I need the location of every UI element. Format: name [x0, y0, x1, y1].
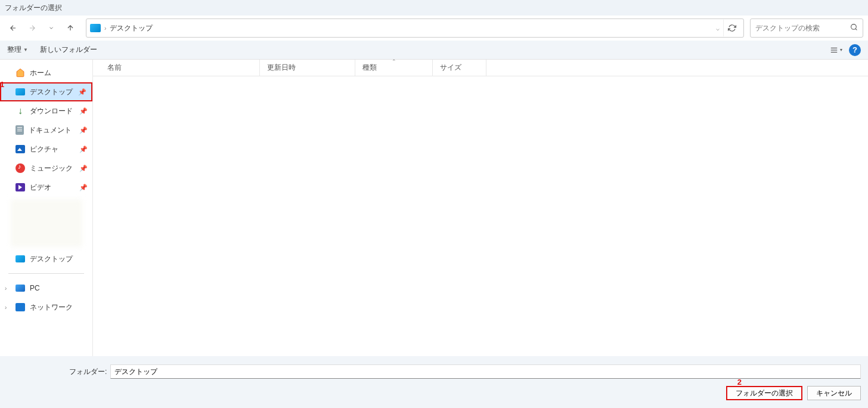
blurred-item [11, 199, 82, 247]
refresh-button[interactable] [723, 20, 740, 36]
annotation-marker-1: 1 [0, 80, 4, 89]
document-icon [16, 125, 24, 135]
search-icon [850, 23, 858, 33]
file-list[interactable]: 名前 更新日時 ⌃ 種類 サイズ [93, 60, 868, 356]
desktop-icon [16, 255, 25, 262]
command-bar: 整理▼ 新しいフォルダー ▾ ? [0, 41, 868, 60]
tree-item-downloads[interactable]: ↓ ダウンロード 📌 [0, 101, 92, 120]
tree-item-home[interactable]: ホーム [0, 63, 92, 82]
desktop-icon [90, 24, 101, 32]
pin-icon[interactable]: 📌 [78, 88, 86, 96]
address-bar[interactable]: › デスクトップ ⌵ [86, 18, 744, 38]
nav-bar: › デスクトップ ⌵ [0, 16, 868, 41]
dialog-footer: フォルダー: 2 フォルダーの選択 キャンセル [0, 356, 868, 408]
pin-icon[interactable]: 📌 [79, 165, 88, 172]
column-headers: 名前 更新日時 ⌃ 種類 サイズ [93, 60, 868, 76]
pin-icon[interactable]: 📌 [79, 146, 88, 153]
tree-item-desktop[interactable]: デスクトップ 📌 [0, 82, 92, 101]
tree-item-documents[interactable]: ドキュメント 📌 [0, 120, 92, 140]
column-date[interactable]: 更新日時 [260, 60, 355, 76]
dialog-title: フォルダーの選択 [0, 0, 868, 16]
tree-item-label: ネットワーク [30, 302, 73, 313]
pc-icon [16, 285, 25, 292]
tree-item-label: ダウンロード [30, 106, 73, 116]
tree-item-network[interactable]: › ネットワーク [0, 298, 92, 317]
up-button[interactable] [62, 20, 79, 36]
download-icon: ↓ [16, 106, 25, 116]
search-input[interactable] [755, 24, 850, 32]
tree-item-label: ホーム [30, 68, 51, 78]
tree-item-label: PC [30, 284, 40, 292]
column-name[interactable]: 名前 [93, 60, 260, 76]
chevron-right-icon[interactable]: › [5, 285, 7, 292]
tree-item-label: デスクトップ [30, 254, 73, 264]
select-folder-button[interactable]: フォルダーの選択 [726, 386, 802, 400]
column-type[interactable]: ⌃ 種類 [355, 60, 433, 76]
cancel-button[interactable]: キャンセル [807, 386, 861, 400]
chevron-right-icon[interactable]: › [5, 304, 7, 311]
tree-item-music[interactable]: ミュージック 📌 [0, 159, 92, 178]
folder-name-input[interactable] [110, 364, 861, 379]
sort-arrow-icon: ⌃ [392, 58, 396, 64]
network-icon [16, 303, 25, 311]
navigation-tree: 1 ホーム デスクトップ 📌 ↓ ダウンロード 📌 ドキュメント 📌 ピクチャ … [0, 60, 93, 356]
recent-dropdown[interactable] [43, 20, 60, 36]
tree-item-label: ドキュメント [29, 125, 72, 135]
tree-item-label: デスクトップ [30, 87, 73, 97]
search-box[interactable] [750, 18, 863, 38]
pin-icon[interactable]: 📌 [79, 184, 88, 191]
svg-point-0 [851, 24, 857, 30]
desktop-icon [16, 88, 25, 95]
home-icon [16, 68, 25, 78]
tree-item-label: ビデオ [30, 183, 51, 193]
column-size[interactable]: サイズ [433, 60, 486, 76]
new-folder-button[interactable]: 新しいフォルダー [40, 45, 97, 55]
forward-button[interactable] [24, 20, 41, 36]
tree-item-pc[interactable]: › PC [0, 279, 92, 298]
music-icon [16, 163, 25, 173]
pin-icon[interactable]: 📌 [79, 107, 88, 115]
view-options-button[interactable]: ▾ [827, 43, 844, 57]
tree-item-desktop2[interactable]: デスクトップ [0, 249, 92, 268]
annotation-marker-2: 2 [737, 378, 742, 387]
tree-item-pictures[interactable]: ピクチャ 📌 [0, 140, 92, 159]
organize-button[interactable]: 整理▼ [7, 45, 28, 55]
tree-item-label: ピクチャ [30, 144, 58, 154]
back-button[interactable] [5, 20, 21, 36]
pictures-icon [16, 145, 25, 153]
folder-label: フォルダー: [69, 367, 107, 377]
tree-item-label: ミュージック [30, 163, 73, 174]
video-icon [16, 183, 25, 191]
chevron-down-icon[interactable]: ⌵ [716, 25, 720, 32]
help-icon[interactable]: ? [849, 44, 861, 56]
path-segment[interactable]: デスクトップ [110, 23, 153, 33]
pin-icon[interactable]: 📌 [79, 126, 88, 134]
separator [8, 273, 84, 274]
tree-item-video[interactable]: ビデオ 📌 [0, 178, 92, 197]
chevron-right-icon: › [104, 25, 106, 32]
